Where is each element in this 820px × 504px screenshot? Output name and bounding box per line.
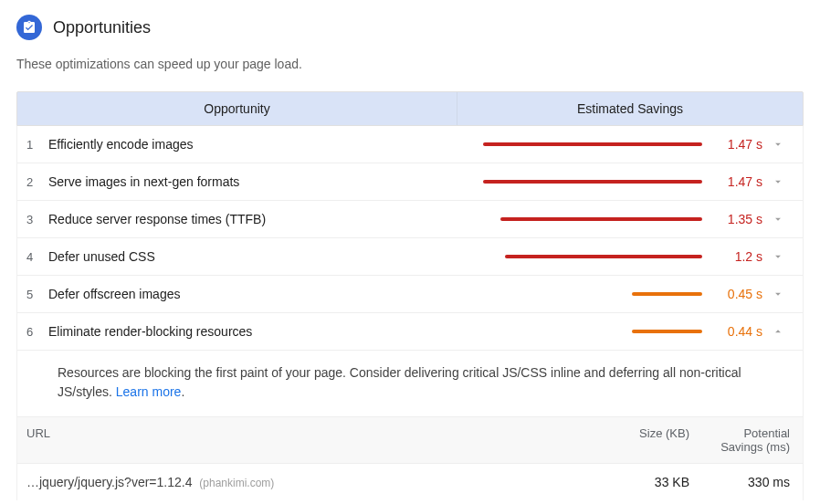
savings-bar	[500, 217, 702, 221]
column-headers: Opportunity Estimated Savings	[16, 91, 804, 126]
savings-bar-track	[483, 255, 702, 258]
row-index: 2	[17, 175, 48, 189]
opportunities-icon	[16, 15, 42, 40]
col-header-opportunity: Opportunity	[17, 92, 457, 125]
savings-bar	[505, 255, 702, 258]
row-index: 5	[17, 288, 48, 301]
sub-url: …jquery/jquery.js?ver=1.12.4 (phankimi.c…	[26, 475, 589, 489]
savings-bar-track	[483, 330, 702, 333]
row-label: Defer offscreen images	[48, 287, 457, 301]
row-index: 3	[17, 213, 48, 226]
savings-bar-track	[483, 180, 702, 184]
savings-value: 0.45 s	[715, 287, 762, 301]
sub-url-domain: (phankimi.com)	[199, 477, 274, 489]
chevron-down-icon	[772, 250, 784, 263]
row-bar-area: 1.2 s	[457, 249, 803, 264]
savings-value: 0.44 s	[715, 324, 762, 339]
savings-bar	[632, 292, 702, 296]
row-index: 6	[17, 325, 48, 339]
row-expanded-description: Resources are blocking the first paint o…	[17, 351, 803, 417]
row-bar-area: 0.45 s	[457, 287, 803, 301]
savings-bar	[632, 330, 702, 333]
savings-bar	[483, 180, 702, 184]
savings-bar	[483, 142, 702, 146]
sub-col-header-size: Size (KB)	[589, 426, 689, 454]
row-bar-area: 0.44 s	[457, 324, 803, 339]
sub-savings: 330 ms	[689, 475, 790, 489]
panel-title: Opportunities	[53, 18, 151, 37]
sub-col-header-url: URL	[26, 426, 589, 454]
savings-value: 1.2 s	[715, 249, 762, 264]
row-bar-area: 1.47 s	[457, 137, 803, 152]
sub-col-header-savings: PotentialSavings (ms)	[689, 426, 790, 454]
opportunity-row[interactable]: 1Efficiently encode images1.47 s	[17, 126, 803, 163]
row-label: Reduce server response times (TTFB)	[48, 212, 457, 226]
row-index: 4	[17, 250, 48, 264]
chevron-down-icon	[772, 288, 784, 300]
opportunity-row[interactable]: 5Defer offscreen images0.45 s	[17, 276, 803, 313]
opportunity-rows: 1Efficiently encode images1.47 s2Serve i…	[16, 126, 804, 500]
chevron-down-icon	[772, 175, 784, 188]
row-index: 1	[17, 138, 48, 152]
savings-bar-track	[483, 217, 702, 221]
col-header-savings: Estimated Savings	[457, 92, 803, 125]
panel-subtitle: These optimizations can speed up your pa…	[16, 57, 804, 71]
learn-more-link[interactable]: Learn more	[116, 384, 182, 399]
row-bar-area: 1.35 s	[457, 212, 803, 226]
savings-value: 1.47 s	[715, 174, 762, 189]
sub-size: 33 KB	[589, 475, 689, 489]
opportunities-panel: Opportunities These optimizations can sp…	[0, 0, 820, 504]
row-label: Efficiently encode images	[48, 137, 457, 152]
savings-bar-track	[483, 292, 702, 296]
savings-value: 1.47 s	[715, 137, 762, 152]
opportunity-row[interactable]: 6Eliminate render-blocking resources0.44…	[17, 313, 803, 351]
opportunity-row[interactable]: 3Reduce server response times (TTFB)1.35…	[17, 201, 803, 238]
opportunity-row[interactable]: 2Serve images in next-gen formats1.47 s	[17, 163, 803, 201]
row-label: Defer unused CSS	[48, 249, 457, 264]
opportunity-row[interactable]: 4Defer unused CSS1.2 s	[17, 238, 803, 276]
row-bar-area: 1.47 s	[457, 174, 803, 189]
chevron-up-icon	[772, 325, 784, 338]
row-label: Eliminate render-blocking resources	[48, 324, 457, 339]
chevron-down-icon	[772, 213, 784, 226]
subtable-row[interactable]: …jquery/jquery.js?ver=1.12.4 (phankimi.c…	[17, 464, 803, 500]
row-label: Serve images in next-gen formats	[48, 174, 457, 189]
panel-header: Opportunities	[16, 15, 804, 40]
savings-value: 1.35 s	[715, 212, 762, 226]
chevron-down-icon	[772, 138, 784, 151]
savings-bar-track	[483, 142, 702, 146]
subtable-header: URLSize (KB)PotentialSavings (ms)	[17, 417, 803, 464]
